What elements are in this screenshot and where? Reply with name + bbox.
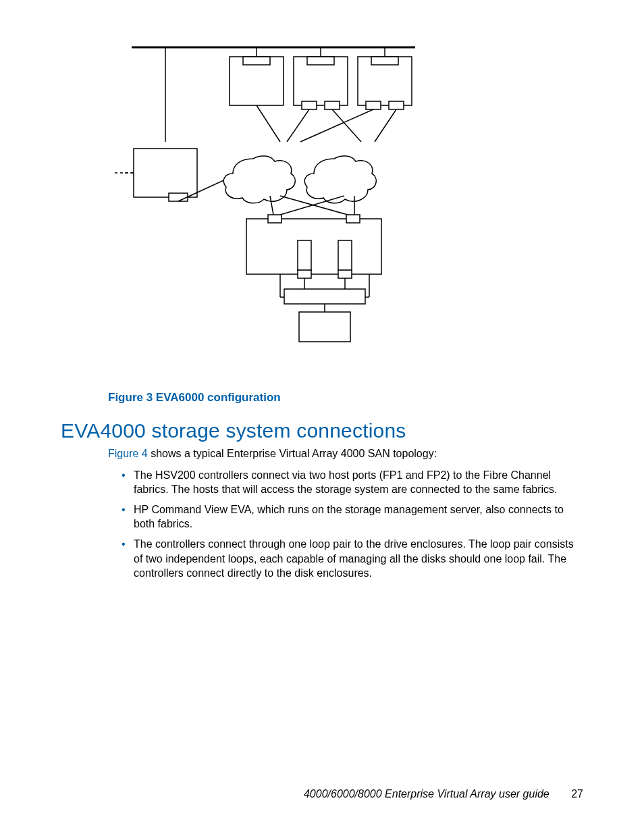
svg-line-20 xyxy=(287,109,309,142)
svg-rect-43 xyxy=(284,289,365,304)
svg-rect-35 xyxy=(298,270,311,278)
svg-rect-33 xyxy=(298,240,311,270)
svg-rect-13 xyxy=(366,101,381,109)
svg-rect-12 xyxy=(325,101,340,109)
figure-xref-link[interactable]: Figure 4 xyxy=(108,448,148,459)
svg-rect-19 xyxy=(169,193,188,201)
document-page: Figure 3 EVA6000 configuration EVA4000 s… xyxy=(0,0,644,834)
footer-page-number: 27 xyxy=(571,788,583,800)
svg-line-23 xyxy=(375,109,396,142)
list-item: HP Command View EVA, which runs on the s… xyxy=(122,502,583,531)
intro-paragraph: Figure 4 shows a typical Enterprise Virt… xyxy=(108,446,583,461)
footer-doc-title: 4000/6000/8000 Enterprise Virtual Array … xyxy=(304,788,549,800)
section-heading: EVA4000 storage system connections xyxy=(61,419,583,442)
figure-caption: Figure 3 EVA6000 configuration xyxy=(108,391,583,405)
svg-rect-14 xyxy=(389,101,404,109)
figure-diagram xyxy=(111,41,435,354)
svg-line-24 xyxy=(257,105,280,142)
svg-rect-11 xyxy=(302,101,317,109)
svg-rect-31 xyxy=(268,215,281,223)
svg-rect-30 xyxy=(246,219,381,274)
bullet-list: The HSV200 controllers connect via two h… xyxy=(122,468,583,581)
list-item: The HSV200 controllers connect via two h… xyxy=(122,468,583,497)
svg-rect-36 xyxy=(338,270,352,278)
svg-rect-34 xyxy=(338,240,352,270)
page-footer: 4000/6000/8000 Enterprise Virtual Array … xyxy=(304,788,583,800)
svg-rect-8 xyxy=(243,57,270,65)
intro-text: shows a typical Enterprise Virtual Array… xyxy=(148,448,437,459)
svg-rect-32 xyxy=(346,215,360,223)
svg-rect-15 xyxy=(134,149,197,197)
svg-rect-9 xyxy=(307,57,334,65)
list-item: The controllers connect through one loop… xyxy=(122,537,583,581)
svg-rect-44 xyxy=(299,312,350,342)
svg-rect-10 xyxy=(371,57,398,65)
